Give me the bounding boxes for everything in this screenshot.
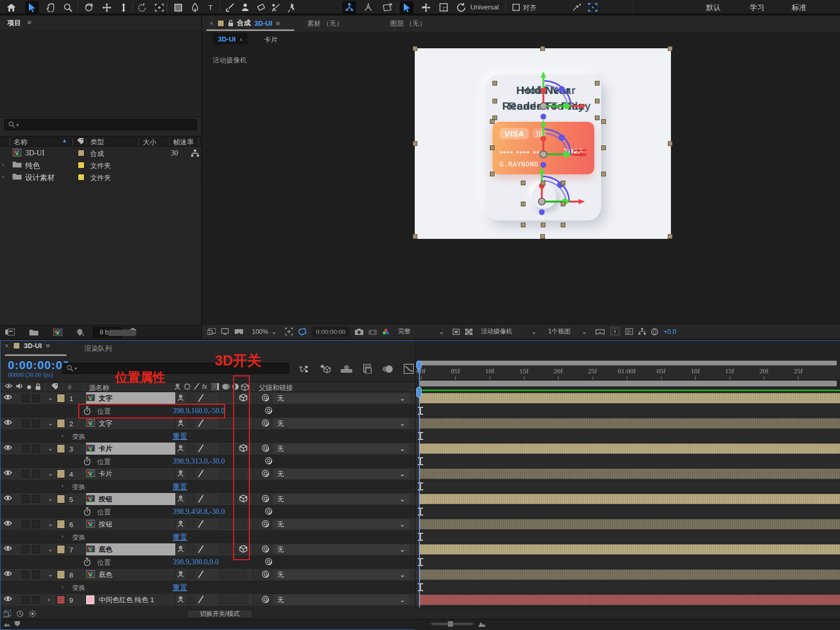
tab-layer[interactable]: 图层 （无） bbox=[390, 19, 426, 28]
parent-pickwhip-icon[interactable] bbox=[261, 570, 269, 578]
layer-label-chip[interactable] bbox=[57, 495, 65, 503]
parent-pickwhip-icon[interactable] bbox=[261, 520, 269, 528]
lock-column-icon[interactable] bbox=[35, 383, 41, 390]
quality-icon[interactable] bbox=[198, 520, 204, 528]
position-value[interactable]: 398.9,313.0,-30.0 bbox=[173, 457, 225, 466]
eye-icon[interactable] bbox=[4, 445, 14, 453]
layer-name[interactable]: 底色 bbox=[97, 569, 175, 581]
solo-toggle[interactable] bbox=[32, 571, 40, 579]
frame-blending-icon[interactable] bbox=[363, 364, 372, 374]
breadcrumb-root[interactable]: 3D-UI ‹ bbox=[213, 33, 247, 45]
property-pickwhip-icon[interactable] bbox=[265, 406, 272, 414]
transparency-grid-icon[interactable] bbox=[465, 329, 472, 335]
motion-blur-icon[interactable] bbox=[383, 365, 393, 373]
solo-column-icon[interactable] bbox=[27, 385, 32, 390]
shy-icon[interactable] bbox=[177, 520, 184, 528]
layer-label-chip[interactable] bbox=[57, 394, 65, 403]
exposure-value[interactable]: +0.0 bbox=[664, 328, 676, 335]
current-timecode[interactable]: 0:00:00:00 bbox=[8, 359, 70, 372]
new-folder-icon[interactable] bbox=[29, 329, 38, 335]
channels-icon[interactable] bbox=[382, 328, 390, 335]
layer-expander-icon[interactable]: ⌄ bbox=[48, 470, 53, 477]
selection-handle[interactable] bbox=[490, 145, 495, 150]
chevron-right-icon[interactable]: › bbox=[61, 583, 64, 590]
goggles-icon[interactable] bbox=[595, 329, 605, 334]
transform-group-row[interactable]: ›变换重置 bbox=[1, 480, 415, 493]
roi-tool[interactable] bbox=[152, 1, 166, 14]
axis-mode-world-icon[interactable] bbox=[361, 1, 375, 14]
col-type[interactable]: 类型 bbox=[90, 138, 104, 147]
audio-column-icon[interactable] bbox=[16, 383, 23, 389]
fx-switch-icon[interactable]: fx bbox=[202, 383, 207, 391]
selection-handle[interactable] bbox=[595, 116, 600, 120]
selection-handle[interactable] bbox=[492, 99, 497, 103]
viewer-timecode[interactable]: 0:00:00:00 bbox=[312, 327, 350, 337]
mask-roi-icon[interactable] bbox=[298, 328, 307, 335]
effect-toggle[interactable] bbox=[219, 519, 228, 529]
parent-select[interactable]: 无⌄ bbox=[273, 494, 410, 504]
reset-link[interactable]: 重置 bbox=[173, 432, 187, 442]
shy-icon[interactable] bbox=[177, 419, 184, 427]
blur-switch-icon[interactable] bbox=[222, 383, 230, 390]
effect-toggle[interactable] bbox=[219, 544, 228, 554]
collapse-toggle[interactable] bbox=[186, 519, 195, 529]
expand-icon[interactable]: › bbox=[2, 161, 4, 167]
position-value[interactable]: 398.9,458.8,-30.0 bbox=[173, 508, 225, 516]
layer-row[interactable]: ⌄8底色无⌄ bbox=[1, 569, 415, 581]
chevron-right-icon[interactable]: › bbox=[61, 432, 64, 438]
color-depth-icon[interactable] bbox=[76, 329, 86, 336]
shy-icon[interactable] bbox=[177, 394, 184, 402]
motion-blur-toggle[interactable] bbox=[238, 595, 247, 604]
label-column-icon[interactable] bbox=[51, 383, 58, 390]
pen-tool[interactable] bbox=[188, 1, 202, 14]
gizmo-move-icon[interactable] bbox=[419, 1, 433, 14]
collapse-toggle[interactable] bbox=[186, 444, 195, 453]
parent-pickwhip-icon[interactable] bbox=[261, 495, 269, 502]
collapse-toggle[interactable] bbox=[186, 595, 195, 604]
selection-handle[interactable] bbox=[413, 141, 417, 146]
new-composition-icon[interactable] bbox=[53, 329, 62, 336]
selection-handle[interactable] bbox=[521, 223, 526, 227]
parent-pickwhip-icon[interactable] bbox=[261, 545, 269, 553]
always-preview-icon[interactable] bbox=[207, 328, 216, 335]
time-ruler[interactable]: 00f05f10f15f20f25f01:00f05f10f15f20f25f bbox=[416, 365, 840, 380]
quality-icon[interactable] bbox=[198, 545, 204, 553]
property-label[interactable]: 位置 bbox=[97, 457, 111, 467]
parent-pickwhip-icon[interactable] bbox=[261, 444, 269, 452]
snapshot-icon[interactable] bbox=[355, 329, 363, 335]
quality-icon[interactable] bbox=[198, 469, 204, 478]
shy-icon[interactable] bbox=[177, 469, 184, 478]
selection-handle[interactable] bbox=[540, 234, 545, 239]
timeline-zoom-knob[interactable] bbox=[448, 621, 453, 627]
layer-row[interactable]: ⌄5按钮无⌄ bbox=[1, 493, 415, 506]
gizmo-rotate-icon[interactable] bbox=[455, 1, 468, 14]
layer-label-chip[interactable] bbox=[57, 419, 65, 428]
show-snapshot-icon[interactable] bbox=[369, 329, 377, 335]
zoom-in-mountain-icon[interactable] bbox=[478, 621, 486, 627]
3d-axis-gizmo[interactable] bbox=[510, 165, 589, 228]
selection-handle[interactable] bbox=[668, 46, 673, 51]
property-pickwhip-icon[interactable] bbox=[265, 457, 272, 465]
selection-handle[interactable] bbox=[561, 223, 565, 227]
quality-switch-icon[interactable] bbox=[194, 383, 200, 390]
layer-duration-bar[interactable] bbox=[419, 469, 840, 479]
tab-composition[interactable]: × 合成 3D-UI ≡ bbox=[206, 16, 283, 30]
parent-pickwhip-icon[interactable] bbox=[261, 469, 269, 477]
layer-expander-icon[interactable]: ⌄ bbox=[48, 445, 53, 452]
parent-select[interactable]: 无⌄ bbox=[273, 544, 410, 554]
parent-select[interactable]: 无⌄ bbox=[273, 469, 410, 479]
project-item-row[interactable]: 3D-UI合成30 bbox=[0, 147, 201, 159]
reset-link[interactable]: 重置 bbox=[173, 583, 187, 593]
selection-handle[interactable] bbox=[540, 46, 545, 51]
project-table-header[interactable]: 名称 ▲ 类型 大小 帧速率 bbox=[0, 136, 201, 146]
work-area-bar-top[interactable] bbox=[420, 361, 837, 365]
layer-expander-icon[interactable]: ⌄ bbox=[48, 545, 53, 553]
selection-handle[interactable] bbox=[668, 234, 673, 239]
shy-icon[interactable] bbox=[177, 444, 184, 453]
layer-name[interactable]: 按钮 bbox=[97, 518, 175, 530]
layer-duration-bar[interactable] bbox=[419, 570, 840, 580]
eye-icon[interactable] bbox=[4, 470, 14, 478]
property-pickwhip-icon[interactable] bbox=[265, 558, 272, 565]
item-name[interactable]: 纯色 bbox=[25, 161, 40, 171]
solo-toggle[interactable] bbox=[32, 419, 40, 427]
